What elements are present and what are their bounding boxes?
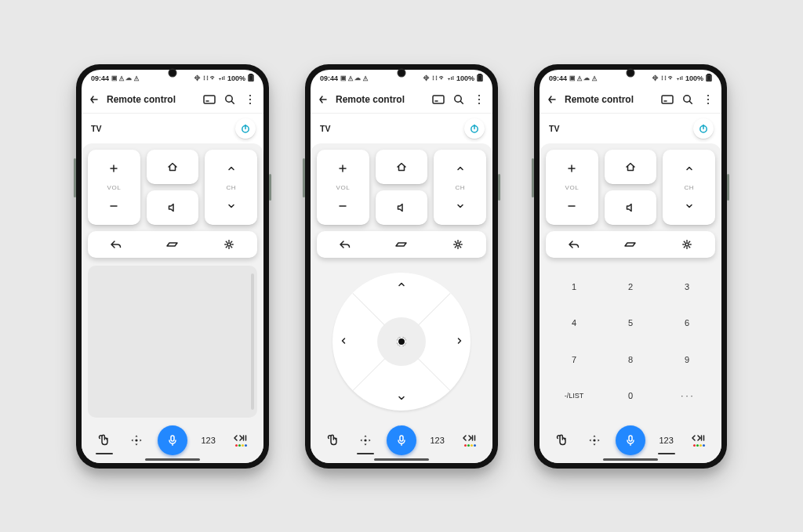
dpad-up[interactable] — [398, 280, 405, 289]
voice-button[interactable] — [616, 425, 645, 455]
search-icon[interactable] — [221, 94, 238, 105]
tab-touchpad[interactable] — [93, 429, 116, 452]
power-button[interactable] — [235, 118, 256, 139]
svg-rect-1 — [250, 74, 253, 75]
power-button[interactable] — [693, 118, 714, 139]
status-battery: 100% — [685, 74, 703, 82]
voice-button[interactable] — [387, 425, 416, 455]
back-tv-button[interactable] — [88, 231, 144, 258]
app-header: Remote control — [82, 87, 263, 114]
search-icon[interactable] — [679, 94, 696, 105]
channel-up[interactable] — [205, 150, 257, 187]
cast-icon[interactable] — [430, 95, 447, 104]
back-button[interactable] — [85, 94, 104, 105]
numkey-list[interactable]: -/LIST — [546, 378, 602, 414]
mute-button[interactable] — [147, 190, 199, 225]
dpad-down[interactable] — [398, 394, 405, 403]
numkey-0[interactable]: 0 — [602, 378, 659, 414]
source-button[interactable] — [373, 231, 430, 258]
mute-button[interactable] — [376, 190, 428, 225]
numkey-more[interactable]: · · · — [659, 378, 715, 414]
back-button[interactable] — [314, 94, 332, 105]
svg-point-34 — [594, 439, 596, 441]
tools-row — [317, 231, 486, 258]
numkey-4[interactable]: 4 — [546, 305, 602, 342]
channel-down[interactable] — [434, 187, 486, 225]
volume-down[interactable] — [546, 187, 598, 225]
volume-up[interactable] — [317, 150, 369, 187]
settings-button[interactable] — [430, 231, 486, 258]
more-icon[interactable] — [471, 94, 488, 105]
source-button[interactable] — [144, 231, 201, 258]
source-button[interactable] — [602, 231, 659, 258]
tab-touchpad[interactable] — [322, 429, 345, 452]
camera-cutout — [627, 70, 634, 76]
numkey-5[interactable]: 5 — [602, 305, 659, 342]
dpad-right[interactable] — [456, 337, 463, 346]
tab-numpad[interactable]: 123 — [426, 429, 449, 452]
settings-button[interactable] — [201, 231, 257, 258]
tab-dpad[interactable] — [354, 429, 377, 452]
dynamic-panel — [317, 266, 486, 418]
back-tv-button[interactable] — [546, 231, 602, 258]
status-time: 09:44 — [320, 74, 338, 82]
volume-up[interactable] — [546, 150, 598, 187]
scroll-indicator[interactable] — [251, 273, 254, 410]
numkey-8[interactable]: 8 — [602, 342, 659, 378]
cast-icon[interactable] — [201, 95, 218, 104]
tab-numpad[interactable]: 123 — [197, 429, 220, 452]
app-header: Remote control — [540, 87, 721, 114]
channel-down[interactable] — [663, 187, 715, 225]
channel-up[interactable] — [434, 150, 486, 187]
search-icon[interactable] — [450, 94, 467, 105]
numkey-9[interactable]: 9 — [659, 342, 715, 378]
settings-button[interactable] — [659, 231, 715, 258]
channel-up[interactable] — [663, 150, 715, 187]
mid-column — [376, 150, 428, 225]
gesture-bar — [145, 458, 200, 461]
mid-column — [605, 150, 657, 225]
power-button[interactable] — [464, 118, 485, 139]
channel-down[interactable] — [205, 187, 257, 225]
back-tv-button[interactable] — [317, 231, 373, 258]
phone-mockup-touchpad: 09:44 ▣ ◬ ☁ ◬ ⌖ ⋮⋮ ᯤ ₊ıl 100% Remote con… — [76, 64, 269, 469]
tab-numpad[interactable]: 123 — [655, 429, 678, 452]
numkey-7[interactable]: 7 — [546, 342, 602, 378]
tab-dpad[interactable] — [583, 429, 606, 452]
status-left-icons: ▣ ◬ ☁ ◬ — [340, 74, 368, 81]
media-color-dots — [235, 444, 247, 447]
touchpad-surface[interactable] — [88, 266, 257, 418]
svg-rect-3 — [204, 96, 215, 103]
device-name[interactable]: TV — [91, 124, 101, 133]
dpad-left[interactable] — [340, 337, 347, 346]
numkey-1[interactable]: 1 — [546, 269, 602, 306]
volume-down[interactable] — [317, 187, 369, 225]
tab-media[interactable] — [687, 429, 710, 452]
volume-label: VOL — [565, 183, 580, 190]
volume-down[interactable] — [88, 187, 140, 225]
more-icon[interactable] — [242, 94, 259, 105]
back-button[interactable] — [543, 94, 561, 105]
numkey-6[interactable]: 6 — [659, 305, 715, 342]
device-name[interactable]: TV — [320, 124, 330, 133]
more-icon[interactable] — [699, 94, 717, 105]
tab-dpad[interactable] — [125, 429, 148, 452]
numkey-2[interactable]: 2 — [602, 269, 659, 306]
tab-media[interactable] — [458, 429, 481, 452]
numkey-3[interactable]: 3 — [659, 269, 715, 306]
phone-screen: 09:44 ▣ ◬ ☁ ◬ ⌖ ⋮⋮ ᯤ ₊ıl 100% Remote con… — [311, 70, 492, 463]
home-button[interactable] — [376, 150, 428, 184]
home-button[interactable] — [605, 150, 657, 184]
voice-button[interactable] — [158, 425, 187, 455]
dpad-ok[interactable] — [377, 317, 426, 366]
svg-point-29 — [707, 95, 709, 96]
tab-media[interactable] — [229, 429, 253, 452]
cast-icon[interactable] — [659, 95, 676, 104]
mute-button[interactable] — [605, 190, 657, 225]
svg-rect-35 — [629, 436, 632, 441]
device-name[interactable]: TV — [549, 124, 559, 133]
home-button[interactable] — [147, 150, 199, 184]
media-color-dots — [693, 444, 705, 447]
tab-touchpad[interactable] — [550, 429, 574, 452]
volume-up[interactable] — [88, 150, 140, 187]
